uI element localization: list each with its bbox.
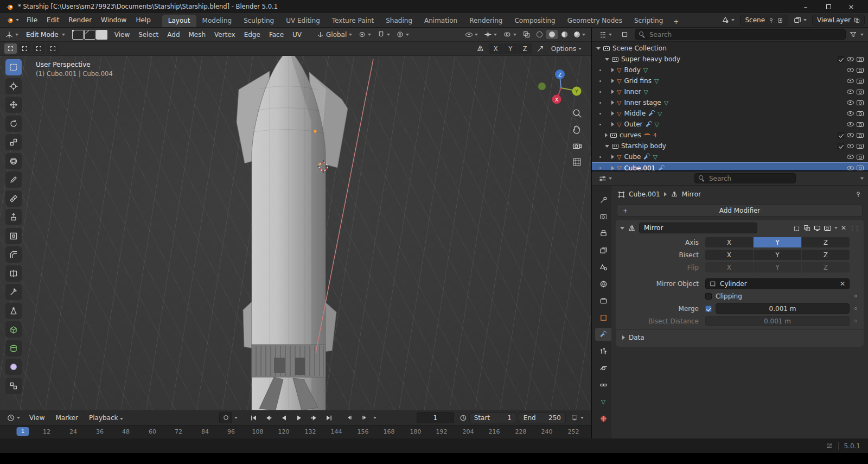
proportional-edit-toggle[interactable] — [394, 29, 412, 40]
chevron-down-icon[interactable] — [234, 417, 238, 419]
frame-forward-button[interactable] — [358, 412, 371, 423]
timeline-menu-playback[interactable]: Playback — [85, 412, 127, 423]
tab-animation[interactable]: Animation — [418, 15, 463, 27]
axis-x-button[interactable]: X — [705, 237, 753, 247]
bisect-distance-field[interactable]: 0.001 m — [705, 316, 850, 326]
next-keyframe-button[interactable] — [308, 412, 321, 423]
tab-geometry-nodes[interactable]: Geometry Nodes — [561, 15, 628, 27]
properties-search[interactable] — [694, 173, 796, 183]
tab-view-layer[interactable] — [595, 244, 611, 257]
tab-modifiers[interactable] — [595, 328, 611, 341]
timeline-menu-view[interactable]: View — [25, 412, 49, 423]
play-button[interactable] — [292, 412, 305, 423]
frame-start-field[interactable]: Start1 — [469, 412, 516, 423]
eye-icon[interactable] — [847, 155, 854, 159]
menu-edit[interactable]: Edit — [42, 15, 63, 26]
tool-select-box[interactable] — [5, 59, 22, 75]
render-camera-icon[interactable] — [857, 144, 864, 149]
tool-extrude[interactable] — [5, 209, 22, 225]
expand-icon[interactable] — [611, 122, 614, 126]
select-extend-button[interactable] — [18, 43, 31, 54]
tab-physics[interactable] — [595, 361, 611, 374]
current-frame-field[interactable]: 1 — [417, 412, 454, 423]
outliner-row-super-heavy-body[interactable]: Super heavy body — [592, 54, 868, 65]
expand-icon[interactable] — [596, 47, 601, 50]
merge-checkbox[interactable] — [705, 306, 712, 312]
menu-render[interactable]: Render — [64, 15, 96, 26]
chevron-down-icon[interactable] — [860, 34, 864, 36]
zoom-icon[interactable] — [572, 108, 582, 118]
bisect-x-button[interactable]: X — [705, 250, 753, 260]
shading-solid-button[interactable] — [546, 30, 558, 39]
eye-icon[interactable] — [847, 111, 854, 116]
tab-particles[interactable] — [595, 345, 611, 358]
merge-threshold-field[interactable]: 0.001 m — [716, 303, 850, 314]
outliner-row-inner-stage[interactable]: ▽ Inner stage▽ — [592, 97, 868, 108]
expand-icon[interactable] — [611, 79, 614, 83]
edge-select-button[interactable] — [84, 30, 95, 40]
tab-compositing[interactable]: Compositing — [508, 15, 561, 27]
animate-dot[interactable] — [854, 307, 857, 310]
modifier-extras-dropdown[interactable] — [834, 227, 838, 229]
render-camera-icon[interactable] — [857, 90, 864, 94]
eye-icon[interactable] — [847, 90, 854, 94]
tab-shading[interactable]: Shading — [380, 15, 418, 27]
auto-keying-button[interactable] — [219, 412, 232, 423]
tab-material[interactable] — [595, 412, 611, 425]
overlays-dropdown[interactable] — [501, 29, 519, 40]
frame-end-field[interactable]: End250 — [519, 412, 566, 423]
tab-tool[interactable] — [595, 193, 611, 206]
tool-measure[interactable] — [5, 190, 22, 207]
face-select-button[interactable] — [96, 30, 107, 40]
new-scene-icon[interactable] — [777, 17, 783, 23]
viewport-menu-select[interactable]: Select — [135, 29, 162, 40]
chevron-down-icon[interactable] — [373, 417, 376, 419]
outliner-row-curves[interactable]: curves 4 — [592, 130, 868, 141]
eye-icon[interactable] — [847, 68, 854, 72]
tool-add-cube[interactable] — [5, 321, 22, 338]
viewport-menu-edge[interactable]: Edge — [240, 29, 264, 40]
view-layer-field[interactable]: ViewLayer — [812, 15, 865, 26]
render-camera-icon[interactable] — [857, 79, 864, 84]
outliner-search[interactable] — [635, 29, 846, 40]
realtime-display-icon[interactable] — [814, 225, 821, 232]
mode-dropdown[interactable]: Edit Mode — [22, 30, 69, 40]
outliner-row-cube-001[interactable]: ▽ Cube.001 — [592, 162, 868, 170]
render-camera-icon[interactable] — [857, 122, 864, 127]
transform-orientation-dropdown[interactable]: Global — [314, 29, 355, 40]
tab-scene[interactable] — [595, 260, 611, 274]
tab-sculpting[interactable]: Sculpting — [238, 15, 280, 27]
show-hide-dropdown[interactable] — [463, 31, 481, 39]
properties-search-input[interactable] — [708, 174, 792, 183]
selected-vertex[interactable] — [318, 163, 321, 166]
view-layer-browse-button[interactable] — [791, 15, 809, 26]
tab-uv-editing[interactable]: UV Editing — [280, 15, 326, 27]
render-camera-icon[interactable] — [857, 133, 864, 138]
outliner-row-inner[interactable]: ▽ Inner▽ — [592, 86, 868, 97]
chevron-down-icon[interactable] — [860, 177, 864, 180]
eye-icon[interactable] — [847, 144, 854, 148]
render-camera-icon[interactable] — [857, 57, 864, 62]
render-camera-icon[interactable] — [857, 166, 864, 170]
tool-knife[interactable] — [5, 284, 22, 300]
tab-object-data[interactable]: ▽ — [595, 395, 611, 408]
viewport-menu-mesh[interactable]: Mesh — [185, 29, 210, 40]
viewport-menu-add[interactable]: Add — [163, 29, 183, 40]
tool-annotate[interactable] — [5, 171, 22, 188]
add-workspace-button[interactable]: + — [669, 16, 683, 27]
flip-y-button[interactable]: Y — [754, 262, 801, 272]
shading-wireframe-button[interactable] — [534, 30, 545, 39]
outliner-row-cube[interactable]: ▽ Cube▽ — [592, 151, 868, 162]
select-intersect-button[interactable] — [47, 43, 59, 54]
collection-checkbox[interactable] — [838, 56, 844, 62]
flip-z-button[interactable]: Z — [802, 262, 850, 272]
pivot-point-dropdown[interactable] — [356, 29, 374, 40]
properties-editor-type-button[interactable] — [596, 173, 615, 184]
tab-layout[interactable]: Layout — [162, 15, 196, 27]
gizmo-axis-neg[interactable] — [538, 82, 546, 90]
apply-on-cage-icon[interactable] — [793, 225, 800, 232]
viewport-menu-uv[interactable]: UV — [289, 29, 305, 40]
render-camera-icon[interactable] — [857, 68, 864, 73]
collection-checkbox[interactable] — [838, 132, 844, 138]
eye-icon[interactable] — [847, 166, 854, 170]
